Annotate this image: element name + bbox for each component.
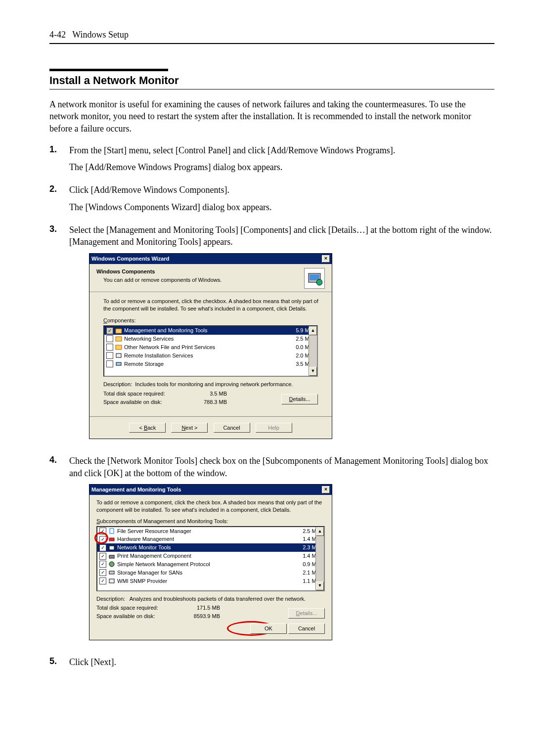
step-text: From the [Start] menu, select [Control P… (69, 144, 494, 156)
intro-paragraph: A network monitor is useful for examinin… (49, 98, 494, 134)
list-item[interactable]: Networking Services 2.5 MB (104, 335, 317, 343)
step-text: Click [Add/Remove Windows Components]. (69, 184, 494, 196)
cancel-button[interactable]: Cancel (214, 423, 250, 433)
step-number: 2. (49, 184, 69, 218)
description-label: Description: (103, 381, 132, 387)
checkbox-icon[interactable] (106, 344, 113, 351)
step-number: 3. (49, 224, 69, 449)
dialog-title: Windows Components Wizard (91, 255, 169, 263)
checkbox-icon[interactable] (99, 553, 106, 560)
description-label: Description: (96, 596, 125, 602)
cancel-button[interactable]: Cancel (288, 623, 325, 634)
list-item-label: Print Management Component (117, 552, 283, 560)
dialog-explain: To add or remove a component, click the … (103, 298, 320, 312)
details-button[interactable]: Details... (281, 394, 318, 404)
scroll-down-icon[interactable]: ▼ (309, 367, 317, 376)
step-text: Select the [Management and Monitoring To… (69, 224, 494, 248)
list-item[interactable]: Remote Storage 3.5 MB (104, 360, 317, 368)
list-item[interactable]: Network Monitor Tools 2.3 MB (97, 543, 324, 552)
scroll-down-icon[interactable]: ▼ (316, 581, 324, 590)
list-item-label: Simple Network Management Protocol (117, 561, 283, 568)
checkbox-icon[interactable] (99, 561, 106, 568)
description-text: Includes tools for monitoring and improv… (135, 381, 293, 387)
checkbox-icon[interactable] (106, 335, 113, 342)
close-icon[interactable]: × (322, 486, 330, 493)
checkbox-icon[interactable] (106, 327, 113, 334)
components-listbox[interactable]: Management and Monitoring Tools 5.9 MB N… (103, 325, 318, 377)
list-item-label: WMI SNMP Provider (117, 578, 283, 585)
step-text: The [Add/Remove Windows Programs] dialog… (69, 161, 494, 173)
svg-rect-13 (109, 571, 114, 574)
list-item-label: Remote Installation Services (124, 352, 276, 359)
dialog-subheading: You can add or remove components of Wind… (103, 276, 299, 284)
list-item[interactable]: Management and Monitoring Tools 5.9 MB (104, 326, 317, 335)
components-label: Components: (103, 317, 135, 323)
step-text: Check the [Network Monitor Tools] check … (69, 455, 494, 479)
list-item-label: Management and Monitoring Tools (124, 327, 276, 334)
svg-rect-10 (109, 546, 114, 550)
avail-disk-value: 8593.9 MB (180, 613, 220, 620)
scrollbar[interactable]: ▲ ▼ (315, 527, 324, 590)
windows-components-wizard-dialog: Windows Components Wizard × Windows Comp… (89, 253, 332, 440)
svg-rect-6 (116, 354, 121, 357)
dialog-footer: < Back Next > Cancel Help (89, 416, 332, 439)
step-number: 4. (49, 455, 69, 650)
total-disk-label: Total disk space required: (103, 390, 187, 398)
svg-rect-5 (116, 345, 122, 350)
checkbox-icon[interactable] (106, 360, 113, 367)
page-header: 4-42 Windows Setup (49, 30, 494, 44)
list-item[interactable]: Simple Network Management Protocol 0.9 M… (97, 560, 324, 569)
avail-disk-label: Space available on disk: (96, 613, 180, 620)
dialog-titlebar[interactable]: Management and Monitoring Tools × (89, 485, 332, 495)
scroll-up-icon[interactable]: ▲ (309, 326, 317, 335)
computer-icon (115, 352, 122, 359)
folder-icon (115, 335, 122, 342)
svg-point-12 (109, 562, 114, 567)
svg-point-2 (316, 279, 322, 285)
list-item-label: Network Monitor Tools (117, 544, 283, 551)
list-item[interactable]: Print Management Component 1.4 MB (97, 552, 324, 560)
dialog-heading: Windows Components (96, 268, 299, 275)
checkbox-icon[interactable] (99, 569, 106, 576)
next-button[interactable]: Next > (171, 423, 208, 433)
svg-rect-9 (109, 538, 114, 541)
total-disk-value: 3.5 MB (187, 390, 227, 398)
list-item[interactable]: Remote Installation Services 2.0 MB (104, 352, 317, 360)
step-text: Click [Next]. (69, 656, 494, 668)
dialog-titlebar[interactable]: Windows Components Wizard × (89, 254, 332, 264)
list-item[interactable]: WMI SNMP Provider 1.1 MB (97, 577, 324, 585)
monitor-icon (108, 544, 115, 551)
back-button[interactable]: < Back (129, 423, 166, 433)
svg-rect-4 (116, 337, 122, 341)
svg-rect-1 (310, 274, 319, 280)
svg-rect-11 (109, 555, 114, 558)
checkbox-icon[interactable] (99, 528, 106, 534)
svg-rect-7 (116, 362, 121, 365)
list-item[interactable]: Hardware Management 1.4 MB (97, 535, 324, 543)
checkbox-icon[interactable] (106, 352, 113, 359)
details-button: Details... (288, 608, 325, 619)
section-title: Install a Network Monitor (49, 74, 494, 89)
scrollbar[interactable]: ▲ ▼ (309, 326, 317, 376)
ok-button[interactable]: OK (250, 623, 287, 634)
scroll-up-icon[interactable]: ▲ (316, 527, 324, 536)
header-title: Windows Setup (72, 30, 129, 40)
total-disk-value: 171.5 MB (180, 604, 220, 612)
subcomponents-listbox[interactable]: File Server Resource Manager 2.5 MB Hard… (96, 526, 325, 591)
list-item-label: File Server Resource Manager (117, 528, 283, 535)
close-icon[interactable]: × (322, 255, 330, 263)
checkbox-icon[interactable] (99, 578, 106, 584)
file-icon (108, 528, 115, 534)
list-item[interactable]: Storage Manager for SANs 2.1 MB (97, 569, 324, 577)
checkbox-icon[interactable] (99, 536, 106, 543)
subcomponents-label: Subcomponents of Management and Monitori… (96, 518, 325, 525)
wizard-icon (304, 268, 325, 289)
step-text: The [Windows Components Wizard] dialog b… (69, 201, 494, 213)
network-icon (108, 561, 115, 568)
checkbox-icon[interactable] (99, 544, 106, 551)
total-disk-label: Total disk space required: (96, 604, 180, 612)
list-item[interactable]: Other Network File and Print Services 0.… (104, 343, 317, 352)
list-item[interactable]: File Server Resource Manager 2.5 MB (97, 527, 324, 535)
help-button: Help (256, 423, 292, 433)
step-number: 1. (49, 144, 69, 178)
